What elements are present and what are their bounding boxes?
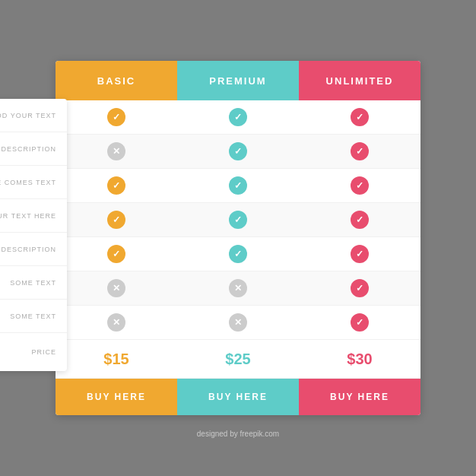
cell-1-unlimited: ✓: [299, 100, 420, 134]
cell-2-premium: ✓: [177, 135, 299, 168]
premium-header: PREMIUM: [177, 61, 299, 100]
cell-6-unlimited: ✓: [299, 271, 420, 305]
pricing-wrapper: ADD YOUR TEXT YOUR DESCRIPTION HERE COME…: [56, 61, 420, 415]
cell-5-unlimited: ✓: [299, 237, 420, 271]
row-label-7: SOME TEXT: [0, 300, 67, 333]
check-icon: ✓: [351, 108, 369, 126]
cell-2-basic: ✕: [56, 135, 177, 168]
row-label-2: YOUR DESCRIPTION: [0, 132, 67, 166]
row-label-5: YOUR DESCRIPTION: [0, 233, 67, 266]
cell-3-basic: ✓: [56, 169, 177, 202]
header-row: BASIC PREMIUM UNLIMITED: [56, 61, 420, 100]
data-row-4: ✓ ✓ ✓: [56, 203, 420, 237]
check-icon: ✓: [107, 176, 125, 195]
buy-unlimited-button[interactable]: BUY HERE: [299, 379, 420, 415]
check-icon: ✓: [229, 108, 247, 126]
label-panel: ADD YOUR TEXT YOUR DESCRIPTION HERE COME…: [0, 99, 67, 371]
x-icon: ✕: [107, 142, 125, 160]
check-icon: ✓: [351, 211, 369, 229]
cell-3-premium: ✓: [177, 169, 299, 202]
freepik-credit: designed by freepik.com: [197, 430, 279, 438]
cell-7-basic: ✕: [56, 306, 177, 339]
data-row-5: ✓ ✓ ✓: [56, 237, 420, 271]
x-icon: ✕: [229, 279, 247, 297]
price-label: PRICE: [0, 333, 67, 371]
premium-price: $25: [177, 340, 299, 378]
cell-1-basic: ✓: [56, 100, 177, 134]
data-row-1: ✓ ✓ ✓: [56, 100, 420, 135]
cell-6-premium: ✕: [177, 271, 299, 305]
cell-4-basic: ✓: [56, 203, 177, 236]
check-icon: ✓: [107, 108, 125, 126]
check-icon: ✓: [229, 245, 247, 263]
check-icon: ✓: [351, 245, 369, 263]
check-icon: ✓: [229, 176, 247, 195]
buy-premium-button[interactable]: BUY HERE: [177, 379, 299, 415]
check-icon: ✓: [351, 176, 369, 195]
pricing-table: BASIC PREMIUM UNLIMITED ✓ ✓ ✓ ✕: [56, 61, 420, 415]
unlimited-price: $30: [299, 340, 420, 378]
footer-row: BUY HERE BUY HERE BUY HERE: [56, 379, 420, 415]
cell-1-premium: ✓: [177, 100, 299, 134]
check-icon: ✓: [351, 279, 369, 297]
cell-5-premium: ✓: [177, 237, 299, 271]
cell-6-basic: ✕: [56, 271, 177, 305]
check-icon: ✓: [351, 142, 369, 160]
check-icon: ✓: [351, 313, 369, 332]
cell-4-premium: ✓: [177, 203, 299, 236]
cell-5-basic: ✓: [56, 237, 177, 271]
check-icon: ✓: [107, 245, 125, 263]
check-icon: ✓: [229, 211, 247, 229]
cell-7-unlimited: ✓: [299, 306, 420, 339]
price-row: $15 $25 $30: [56, 340, 420, 379]
data-row-7: ✕ ✕ ✓: [56, 306, 420, 340]
x-icon: ✕: [229, 313, 247, 332]
check-icon: ✓: [107, 211, 125, 229]
buy-basic-button[interactable]: BUY HERE: [56, 379, 177, 415]
basic-header: BASIC: [56, 61, 177, 100]
cell-4-unlimited: ✓: [299, 203, 420, 236]
row-label-4: YOUR TEXT HERE: [0, 199, 67, 233]
cell-3-unlimited: ✓: [299, 169, 420, 202]
cell-2-unlimited: ✓: [299, 135, 420, 168]
x-icon: ✕: [107, 313, 125, 332]
x-icon: ✕: [107, 279, 125, 297]
data-row-2: ✕ ✓ ✓: [56, 135, 420, 169]
data-row-3: ✓ ✓ ✓: [56, 169, 420, 203]
row-label-1: ADD YOUR TEXT: [0, 99, 67, 132]
basic-price: $15: [56, 340, 177, 378]
row-label-6: SOME TEXT: [0, 266, 67, 300]
check-icon: ✓: [229, 142, 247, 160]
cell-7-premium: ✕: [177, 306, 299, 339]
row-label-3: HERE COMES TEXT: [0, 166, 67, 199]
data-row-6: ✕ ✕ ✓: [56, 271, 420, 306]
unlimited-header: UNLIMITED: [299, 61, 420, 100]
